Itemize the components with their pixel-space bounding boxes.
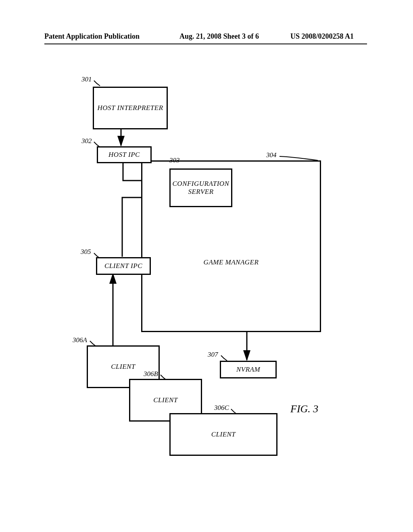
host-ipc-box: HOST IPC	[97, 146, 152, 163]
label-303: 303	[169, 156, 180, 164]
nvram-text: NVRAM	[236, 366, 260, 374]
client-c-text: CLIENT	[211, 430, 236, 438]
client-ipc-box: CLIENT IPC	[96, 257, 151, 275]
game-manager-text: GAME MANAGER	[204, 258, 259, 266]
nvram-box: NVRAM	[220, 361, 277, 378]
host-interpreter-box: HOST INTERPRETER	[93, 87, 168, 129]
host-ipc-text: HOST IPC	[108, 151, 140, 159]
client-ipc-text: CLIENT IPC	[104, 262, 142, 270]
host-interpreter-text: HOST INTERPRETER	[97, 104, 163, 112]
client-c-box: CLIENT	[169, 413, 277, 456]
label-306a: 306A	[73, 336, 87, 344]
client-a-text: CLIENT	[111, 363, 136, 371]
figure-label: FIG. 3	[290, 403, 318, 415]
config-server-box: CONFIGURATION SERVER	[169, 168, 232, 207]
diagram: GAME MANAGER CONFIGURATION SERVER HOST I…	[0, 0, 413, 532]
label-306c: 306C	[214, 404, 229, 412]
label-301: 301	[81, 75, 92, 83]
config-server-text: CONFIGURATION SERVER	[173, 180, 229, 196]
patent-page: Patent Application Publication Aug. 21, …	[0, 0, 413, 532]
label-307: 307	[208, 351, 218, 359]
label-304: 304	[266, 151, 277, 159]
label-302: 302	[81, 137, 92, 145]
client-b-text: CLIENT	[153, 396, 178, 404]
label-306b: 306B	[144, 370, 158, 378]
label-305: 305	[81, 248, 91, 256]
